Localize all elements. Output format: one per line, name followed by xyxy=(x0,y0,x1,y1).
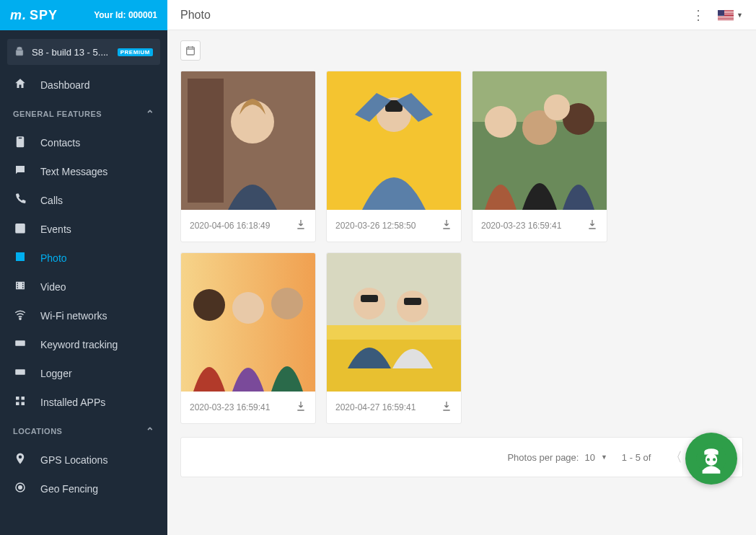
brand-mark: m. xyxy=(10,8,27,23)
photo-card[interactable]: 2020-03-23 16:59:41 xyxy=(180,252,316,424)
sidebar-item-dashboard[interactable]: Dashboard xyxy=(0,71,167,100)
section-label: LOCATIONS xyxy=(13,427,62,435)
svg-point-26 xyxy=(271,288,303,319)
user-id-label: Your Id: 000001 xyxy=(94,10,157,20)
pagination-bar: Photos per page: 10 ▼ 1 - 5 of 〈 〉| xyxy=(180,437,743,477)
photo-card-footer: 2020-03-23 16:59:41 xyxy=(181,392,315,423)
sidebar-header: m. SPY Your Id: 000001 xyxy=(0,0,167,30)
chevron-down-icon: ▼ xyxy=(737,12,743,19)
sidebar-item-photo[interactable]: Photo xyxy=(0,244,167,273)
sidebar-item-wifi[interactable]: Wi-Fi networks xyxy=(0,301,167,330)
home-icon xyxy=(13,77,27,93)
svg-rect-6 xyxy=(22,402,25,406)
android-icon xyxy=(14,46,25,58)
photo-card-footer: 2020-04-06 16:18:49 xyxy=(181,210,315,242)
more-menu-icon[interactable]: ⋮ xyxy=(692,7,705,23)
calendar-icon xyxy=(13,221,27,237)
svg-rect-2 xyxy=(15,369,25,375)
keyboard-icon xyxy=(13,337,27,353)
language-selector[interactable]: ▼ xyxy=(718,10,743,20)
svg-point-39 xyxy=(713,458,716,461)
per-page-value: 10 xyxy=(584,452,594,463)
photo-card-footer: 2020-03-26 12:58:50 xyxy=(327,210,461,242)
photo-thumbnail xyxy=(181,71,315,210)
download-icon[interactable] xyxy=(441,400,452,415)
sidebar-item-label: Photo xyxy=(40,252,67,264)
sidebar-section-locations[interactable]: LOCATIONS ⌃ xyxy=(0,417,167,446)
phone-icon xyxy=(13,193,27,208)
brand-logo: m. SPY xyxy=(10,8,58,23)
svg-rect-32 xyxy=(361,295,378,302)
sidebar-item-label: Contacts xyxy=(40,137,80,149)
sidebar-item-keyword[interactable]: Keyword tracking xyxy=(0,330,167,359)
sidebar-item-label: Calls xyxy=(40,195,63,206)
download-icon[interactable] xyxy=(295,400,307,415)
svg-rect-29 xyxy=(327,325,461,340)
page-title: Photo xyxy=(180,9,211,22)
brand-text: SPY xyxy=(30,8,58,23)
photo-card-footer: 2020-04-27 16:59:41 xyxy=(327,392,461,423)
sidebar-item-label: Logger xyxy=(40,368,72,379)
sidebar-item-label: GPS Locations xyxy=(40,454,107,466)
topbar: Photo ⋮ ▼ xyxy=(167,0,756,30)
sidebar-item-label: Geo Fencing xyxy=(40,483,98,495)
svg-rect-1 xyxy=(15,340,25,346)
agent-icon xyxy=(695,443,727,474)
section-label: GENERAL FEATURES xyxy=(13,110,102,118)
svg-point-22 xyxy=(544,94,570,120)
sidebar-item-label: Video xyxy=(40,281,66,293)
photo-timestamp: 2020-04-06 16:18:49 xyxy=(190,221,270,231)
sidebar-nav: Dashboard GENERAL FEATURES ⌃ Contacts Te… xyxy=(0,71,167,535)
svg-rect-33 xyxy=(404,298,421,305)
page-range: 1 - 5 of xyxy=(622,452,651,463)
chat-fab[interactable] xyxy=(685,433,737,485)
svg-point-8 xyxy=(19,486,22,490)
svg-point-24 xyxy=(193,289,225,321)
sidebar-item-text-messages[interactable]: Text Messages xyxy=(0,157,167,186)
svg-point-0 xyxy=(19,318,21,319)
video-icon xyxy=(13,279,27,295)
svg-point-31 xyxy=(397,291,428,322)
download-icon[interactable] xyxy=(295,218,307,233)
photo-card[interactable]: 2020-04-06 16:18:49 xyxy=(180,71,316,242)
flag-us-icon xyxy=(718,10,734,20)
photo-grid: 2020-04-06 16:18:49 xyxy=(180,71,743,424)
chevron-down-icon: ▼ xyxy=(601,454,607,461)
sidebar-item-gps[interactable]: GPS Locations xyxy=(0,446,167,474)
sidebar-item-label: Dashboard xyxy=(40,79,90,91)
svg-rect-9 xyxy=(187,47,195,55)
target-icon xyxy=(13,481,27,497)
sidebar-item-logger[interactable]: Logger xyxy=(0,359,167,388)
wifi-icon xyxy=(13,308,27,324)
date-filter-button[interactable] xyxy=(180,40,201,61)
sidebar-item-apps[interactable]: Installed APPs xyxy=(0,388,167,417)
photo-card[interactable]: 2020-03-26 12:58:50 xyxy=(326,71,462,242)
main: Photo ⋮ ▼ xyxy=(167,0,756,535)
sidebar-section-general[interactable]: GENERAL FEATURES ⌃ xyxy=(0,100,167,128)
photo-thumbnail xyxy=(327,71,461,210)
download-icon[interactable] xyxy=(586,218,598,233)
sidebar-item-label: Keyword tracking xyxy=(40,339,118,350)
prev-page-button[interactable]: 〈 xyxy=(665,448,687,466)
sidebar-item-contacts[interactable]: Contacts xyxy=(0,128,167,157)
content-area: 2020-04-06 16:18:49 xyxy=(167,30,756,535)
sidebar-item-events[interactable]: Events xyxy=(0,215,167,244)
image-icon xyxy=(13,250,27,266)
per-page-label: Photos per page: xyxy=(507,452,579,463)
sidebar-item-label: Text Messages xyxy=(40,166,107,177)
svg-rect-28 xyxy=(327,340,461,392)
photo-card[interactable]: 2020-04-27 16:59:41 xyxy=(326,252,462,424)
topbar-actions: ⋮ ▼ xyxy=(692,7,743,23)
chevron-up-icon: ⌃ xyxy=(146,108,155,120)
per-page-selector[interactable]: Photos per page: 10 ▼ xyxy=(507,452,607,463)
device-selector[interactable]: S8 - build 13 - 5.... PREMIUM xyxy=(7,39,160,65)
sidebar-item-video[interactable]: Video xyxy=(0,273,167,301)
svg-rect-3 xyxy=(16,397,19,400)
sidebar-item-label: Events xyxy=(40,224,71,235)
sidebar-item-geofencing[interactable]: Geo Fencing xyxy=(0,474,167,503)
sidebar-item-calls[interactable]: Calls xyxy=(0,186,167,215)
download-icon[interactable] xyxy=(441,218,452,233)
svg-rect-5 xyxy=(16,402,19,406)
svg-point-13 xyxy=(231,100,274,143)
photo-card[interactable]: 2020-03-23 16:59:41 xyxy=(472,71,607,242)
